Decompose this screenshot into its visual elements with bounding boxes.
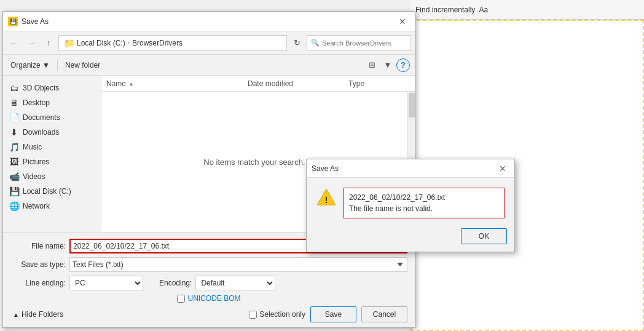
error-message-line1: 2022_06_02/10/22_17_06.txt — [349, 192, 499, 203]
save-button[interactable]: Save — [310, 306, 356, 322]
aa-label: Aa — [479, 6, 488, 14]
sidebar-item-3dobjects[interactable]: 🗂 3D Objects — [3, 81, 101, 95]
pictures-icon: 🖼 — [9, 157, 19, 167]
refresh-button[interactable]: ↻ — [289, 36, 304, 50]
selection-only-label: Selection only — [259, 310, 305, 319]
nav-bar: ← → ↑ 📁 Local Disk (C:) › BrowserDrivers… — [3, 31, 415, 55]
sidebar-item-localdisk[interactable]: 💾 Local Disk (C:) — [3, 184, 101, 199]
save-as-titlebar: 💾 Save As ✕ — [3, 12, 415, 31]
lineending-label: Line ending: — [10, 279, 66, 287]
error-message-box: 2022_06_02/10/22_17_06.txt The file name… — [344, 188, 505, 218]
documents-icon: 📄 — [9, 113, 19, 122]
breadcrumb-folder-icon: 📁 — [64, 38, 74, 48]
up-button[interactable]: ↑ — [41, 36, 56, 50]
lineending-select[interactable]: PC — [69, 276, 143, 290]
sidebar-item-music[interactable]: 🎵 Music — [3, 140, 101, 154]
save-as-dialog-icon: 💾 — [8, 17, 18, 26]
save-as-close-button[interactable]: ✕ — [395, 14, 410, 29]
encoding-select[interactable]: Default — [195, 276, 275, 290]
bottom-right-buttons: Selection only Save Cancel — [249, 306, 407, 322]
textpad-toolbar: Find incrementally Aa — [410, 0, 644, 20]
column-name[interactable]: Name ▲ — [106, 79, 245, 88]
sidebar-item-pictures[interactable]: 🖼 Pictures — [3, 154, 101, 169]
file-list-header: Name ▲ Date modified Type — [101, 76, 415, 92]
sidebar-label-documents: Documents — [23, 113, 60, 122]
cancel-button[interactable]: Cancel — [361, 306, 407, 322]
sidebar-label-downloads: Downloads — [23, 128, 59, 137]
sidebar-label-videos: Videos — [23, 172, 45, 181]
warning-icon: ! — [316, 188, 336, 207]
view-icons: ⊞ ▼ ? — [364, 58, 410, 73]
breadcrumb-separator: › — [128, 39, 130, 46]
error-dialog-title: Save As — [312, 164, 492, 173]
breadcrumb-folder: BrowserDrivers — [132, 39, 183, 47]
sidebar-label-pictures: Pictures — [23, 158, 49, 166]
sidebar-label-music: Music — [23, 143, 42, 151]
breadcrumb-root: Local Disk (C:) — [77, 39, 125, 47]
sidebar-label-localdisk: Local Disk (C:) — [23, 187, 71, 196]
sidebar-label-3dobjects: 3D Objects — [23, 84, 59, 92]
sidebar-label-network: Network — [23, 202, 50, 210]
network-icon: 🌐 — [9, 201, 19, 211]
svg-text:!: ! — [324, 194, 328, 205]
savetype-row: Save as type: Text Files (*.txt) — [10, 257, 407, 272]
unicode-bom-label: UNICODE BOM — [187, 294, 240, 303]
breadcrumb-bar[interactable]: 📁 Local Disk (C:) › BrowserDrivers — [58, 35, 287, 51]
toolbar-separator — [57, 60, 58, 71]
column-type[interactable]: Type — [348, 79, 410, 88]
save-as-dialog-title: Save As — [22, 17, 391, 26]
sidebar: 🗂 3D Objects 🖥 Desktop 📄 Documents ⬇ Dow… — [3, 76, 101, 232]
sidebar-item-downloads[interactable]: ⬇ Downloads — [3, 125, 101, 140]
encoding-label: Encoding: — [159, 279, 192, 287]
videos-icon: 📹 — [9, 172, 19, 181]
lineending-row: Line ending: PC Encoding: Default — [10, 276, 407, 290]
desktop-icon: 🖥 — [9, 98, 19, 108]
sidebar-label-desktop: Desktop — [23, 98, 50, 107]
toolbar-row: Organize ▼ New folder ⊞ ▼ ? — [3, 55, 415, 76]
search-icon: 🔍 — [311, 39, 320, 47]
back-button[interactable]: ← — [7, 36, 22, 50]
scrollbar-thumb[interactable] — [409, 93, 415, 118]
3dobjects-icon: 🗂 — [9, 83, 19, 93]
sort-arrow-icon: ▲ — [128, 81, 134, 87]
view-dropdown-button[interactable]: ▼ — [380, 58, 395, 73]
selection-only-checkbox[interactable] — [249, 311, 257, 319]
error-buttons: OK — [307, 225, 514, 252]
error-ok-button[interactable]: OK — [461, 228, 507, 244]
downloads-icon: ⬇ — [9, 127, 19, 137]
sidebar-item-documents[interactable]: 📄 Documents — [3, 110, 101, 125]
view-toggle-button[interactable]: ⊞ — [364, 58, 379, 73]
search-bar: 🔍 — [307, 35, 411, 51]
new-folder-button[interactable]: New folder — [63, 60, 103, 71]
column-date-modified[interactable]: Date modified — [248, 79, 346, 88]
sidebar-item-desktop[interactable]: 🖥 Desktop — [3, 95, 101, 110]
error-content: ! 2022_06_02/10/22_17_06.txt The file na… — [307, 178, 514, 225]
selection-only-wrap: Selection only — [249, 310, 305, 319]
unicode-bom-checkbox[interactable] — [177, 295, 185, 303]
bottom-buttons-row: ▲ Hide Folders Selection only Save Cance… — [10, 306, 407, 322]
sidebar-item-videos[interactable]: 📹 Videos — [3, 169, 101, 184]
filename-label: File name: — [10, 242, 66, 250]
hide-folders-arrow-icon: ▲ — [13, 311, 19, 318]
sidebar-item-network[interactable]: 🌐 Network — [3, 199, 101, 213]
savetype-label: Save as type: — [10, 260, 66, 269]
error-titlebar: Save As ✕ — [307, 159, 514, 178]
localdisk-icon: 💾 — [9, 186, 19, 196]
forward-button[interactable]: → — [24, 36, 39, 50]
error-dialog: Save As ✕ ! 2022_06_02/10/22_17_06.txt T… — [306, 159, 515, 252]
error-message-line2: The file name is not valid. — [349, 203, 499, 214]
search-input[interactable] — [322, 39, 407, 47]
savetype-select[interactable]: Text Files (*.txt) — [69, 257, 407, 272]
organize-button[interactable]: Organize ▼ — [8, 60, 52, 71]
help-button[interactable]: ? — [396, 58, 410, 72]
hide-folders-button[interactable]: ▲ Hide Folders — [10, 309, 66, 320]
find-incrementally-label: Find incrementally — [415, 6, 475, 14]
unicode-row: UNICODE BOM — [10, 294, 407, 303]
error-close-button[interactable]: ✕ — [496, 162, 509, 175]
unicode-bom-wrap: UNICODE BOM — [177, 294, 240, 303]
warning-triangle-svg: ! — [316, 187, 336, 208]
music-icon: 🎵 — [9, 142, 19, 152]
